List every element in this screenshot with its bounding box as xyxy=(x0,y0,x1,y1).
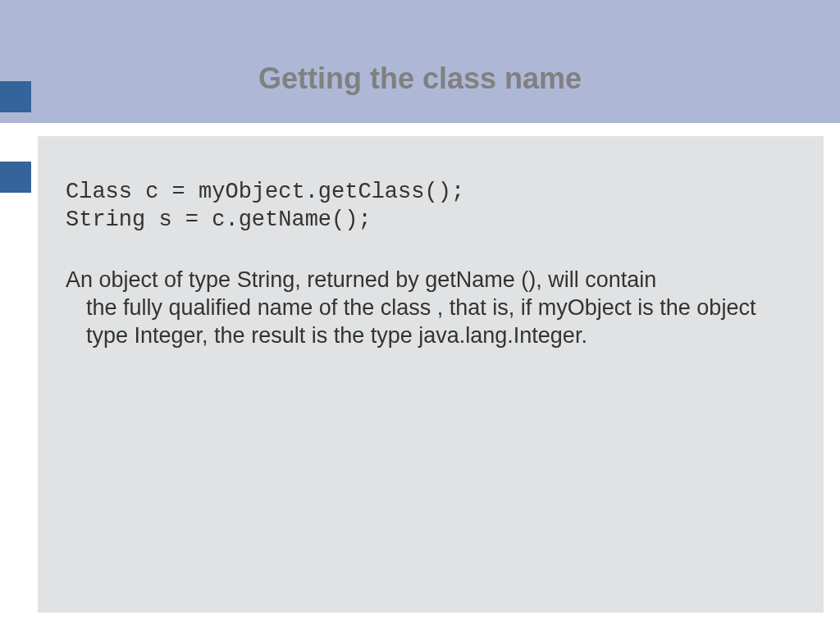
code-line-1: Class c = myObject.getClass(); xyxy=(66,180,464,204)
slide-title: Getting the class name xyxy=(0,62,840,96)
code-block: Class c = myObject.getClass(); String s … xyxy=(66,179,464,235)
code-line-2: String s = c.getName(); xyxy=(66,207,372,232)
description-rest: the fully qualified name of the class , … xyxy=(66,294,791,350)
description-text: An object of type String, returned by ge… xyxy=(66,267,791,349)
accent-decoration-2 xyxy=(0,162,31,193)
description-first-line: An object of type String, returned by ge… xyxy=(66,267,656,292)
